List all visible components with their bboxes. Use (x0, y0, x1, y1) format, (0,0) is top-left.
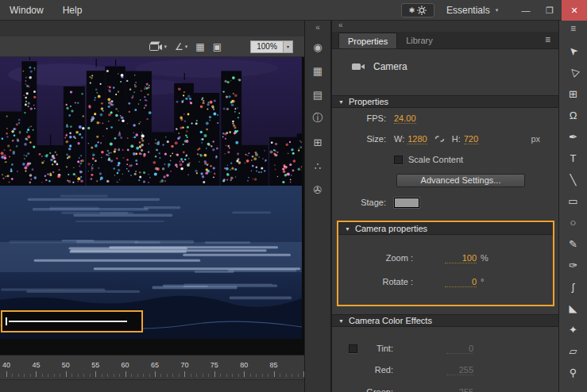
highlight-box: ▼ Camera properties Zoom : 100 % Rotate … (337, 221, 554, 306)
text-tool[interactable]: T (563, 148, 584, 169)
rotate-unit: ° (481, 277, 484, 286)
pencil-tool[interactable]: ✎ (563, 233, 584, 255)
timeline-tick-label: 70 (180, 361, 188, 369)
tab-properties[interactable]: Properties (338, 33, 397, 48)
section-header-camera-properties[interactable]: ▼ Camera properties (338, 222, 553, 235)
zoom-unit: % (481, 253, 489, 263)
timeline-tick-label: 40 (2, 361, 10, 369)
paint-bucket-tool[interactable]: ◣ (563, 298, 584, 319)
stage-label: Stage: (340, 198, 386, 207)
panel-menu-icon[interactable]: ≡ (545, 34, 550, 45)
fps-value[interactable]: 24.00 (394, 113, 416, 124)
height-label: H: (452, 134, 461, 144)
window-controls: — ❐ ✕ (514, 0, 587, 21)
scale-content-label: Scale Content (408, 155, 463, 164)
video-camera-icon (351, 62, 365, 71)
bone-tool[interactable]: ʃ (563, 276, 584, 298)
collapse-panels-button[interactable]: « (315, 23, 320, 32)
tint-label: Tint: (363, 344, 393, 353)
camera-slider-track[interactable] (9, 321, 127, 322)
history-panel-icon[interactable]: ∴ (309, 159, 326, 173)
properties-content: Camera ▼ Properties FPS: 24.00 Size: W: … (332, 49, 559, 392)
properties-panel: « Properties Library ≡ Camera ▼ Properti… (331, 21, 558, 392)
height-value[interactable]: 720 (464, 134, 478, 144)
scale-content-checkbox[interactable] (394, 156, 403, 164)
stage-toolbar: ▾ ∠ ▾ ▦ ▣ 100% ▾ (0, 37, 304, 57)
menu-bar: WindowHelp ✱ Essentials ▾ — ❐ ✕ (0, 0, 587, 21)
maximize-button[interactable]: ❐ (538, 0, 562, 21)
workspace-switcher[interactable]: Essentials ▾ (446, 0, 498, 21)
color-panel-icon[interactable]: ◉ (309, 40, 326, 54)
stage-color-row: Stage: (332, 190, 559, 214)
close-button[interactable]: ✕ (562, 0, 587, 21)
motion-presets-panel-icon[interactable]: ✇ (309, 183, 326, 197)
camera-slider[interactable] (2, 312, 141, 331)
clip-content-button[interactable]: ▣ (213, 42, 222, 52)
stage-zoom-select[interactable]: 100% ▾ (250, 40, 293, 53)
red-value[interactable]: 255 (446, 365, 473, 375)
align-panel-icon[interactable]: ▤ (309, 87, 326, 102)
rotation-button[interactable]: ∠ ▾ (175, 42, 187, 52)
lasso-tool[interactable]: Ω (563, 105, 584, 126)
swatches-panel-icon[interactable]: ▦ (309, 63, 326, 78)
chevron-down-icon: ▾ (185, 44, 188, 50)
tools-panel: ≡ ➤▷⊞Ω✒T╲▭○✎✑ʃ◣✦▱⚲ (558, 21, 587, 392)
eyedropper-tool[interactable]: ✦ (563, 319, 584, 340)
link-dimensions-icon[interactable] (434, 135, 445, 143)
eraser-tool[interactable]: ▱ (563, 340, 584, 362)
fps-row: FPS: 24.00 (332, 108, 559, 129)
tint-row: Tint: 0 (332, 338, 559, 359)
highlight-box (1, 310, 143, 332)
pen-tool[interactable]: ✒ (563, 126, 584, 148)
rotate-label: Rotate : (346, 277, 413, 286)
grid-button[interactable]: ▦ (195, 42, 204, 52)
selection-tool[interactable]: ➤ (563, 40, 584, 62)
line-tool[interactable]: ╲ (563, 169, 584, 190)
triangle-down-icon: ▼ (345, 226, 350, 232)
zoom-value[interactable]: 100 (445, 253, 477, 263)
timeline-tick-label: 45 (32, 361, 40, 369)
tint-checkbox[interactable] (349, 344, 357, 353)
rectangle-tool[interactable]: ▭ (563, 190, 584, 212)
transform-panel-icon[interactable]: ⊞ (309, 135, 326, 149)
zoom-label: Zoom : (346, 253, 413, 263)
camera-toggle-button[interactable]: ▾ (149, 41, 168, 52)
info-panel-icon[interactable]: ⓘ (309, 111, 326, 125)
stage-scrollbar-horizontal[interactable] (0, 339, 304, 355)
collapse-panel-button[interactable]: « (338, 21, 343, 29)
minimize-button[interactable]: — (514, 0, 538, 21)
timeline-ruler[interactable]: 40455055606570758085 (0, 355, 304, 392)
panel-menu-icon[interactable]: ≡ (570, 23, 576, 34)
brush-tool[interactable]: ✑ (563, 255, 584, 276)
menu-window[interactable]: Window (0, 0, 53, 21)
oval-tool[interactable]: ○ (563, 212, 584, 233)
camera-icon (149, 41, 163, 52)
menu-help[interactable]: Help (53, 0, 92, 21)
subselection-tool[interactable]: ▷ (563, 62, 584, 83)
chevron-down-icon: ▾ (283, 41, 292, 52)
settings-button[interactable]: ✱ (401, 3, 434, 17)
dock-icons: ◉▦▤ⓘ⊞∴✇ (309, 40, 326, 206)
stage-color-swatch[interactable] (394, 198, 419, 208)
tab-library[interactable]: Library (397, 33, 442, 48)
zoom-tool[interactable]: ⚲ (563, 362, 584, 383)
size-row: Size: W: 1280 H: 720 px (332, 129, 559, 149)
width-value[interactable]: 1280 (407, 134, 427, 144)
selected-object-row: Camera (332, 49, 559, 84)
green-value[interactable]: 255 (446, 387, 473, 392)
stage-canvas[interactable] (0, 57, 302, 339)
menu-items: WindowHelp (0, 0, 91, 21)
section-header-properties[interactable]: ▼ Properties (332, 95, 559, 108)
stage-zoom-value: 100% (251, 42, 283, 51)
free-transform-tool[interactable]: ⊞ (563, 83, 584, 105)
clip-outline-icon: ▣ (213, 42, 222, 52)
rotate-value[interactable]: 0 (445, 277, 477, 287)
timeline-tick-label: 55 (91, 361, 99, 369)
timeline-tick-label: 65 (151, 361, 159, 369)
tint-value[interactable]: 0 (446, 344, 473, 354)
section-header-camera-color-effects[interactable]: ▼ Camera Color Effects (332, 314, 559, 327)
gear-icon (417, 6, 427, 15)
stage-panel: ▾ ∠ ▾ ▦ ▣ 100% ▾ (0, 21, 304, 392)
camera-slider-marker[interactable] (6, 317, 7, 325)
advanced-settings-button[interactable]: Advanced Settings... (396, 174, 525, 187)
